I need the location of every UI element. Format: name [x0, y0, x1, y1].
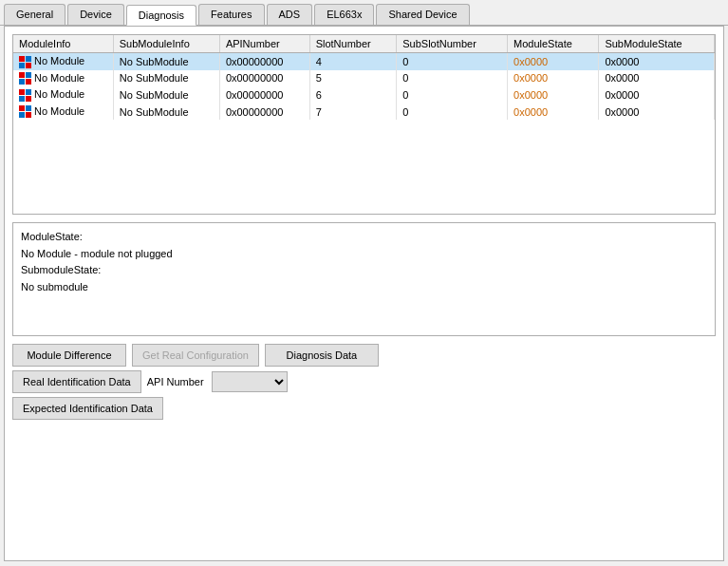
module-status-icon	[19, 72, 31, 85]
table-cell: 0x00000000	[219, 86, 309, 104]
table-cell: 0x00000000	[219, 104, 309, 121]
module-status-icon	[19, 56, 31, 68]
table-header-row: ModuleInfoSubModuleInfoAPINumberSlotNumb…	[13, 35, 715, 53]
main-content: ModuleInfoSubModuleInfoAPINumberSlotNumb…	[4, 26, 724, 561]
button-row-1: Module Difference Get Real Configuration…	[12, 344, 716, 367]
table-cell: No SubModule	[113, 104, 219, 121]
module-info-text: No Module	[34, 88, 84, 100]
table-row[interactable]: No ModuleNo SubModule0x00000000600x00000…	[13, 86, 715, 104]
table-cell: No Module	[13, 104, 113, 121]
table-row[interactable]: No ModuleNo SubModule0x00000000500x00000…	[13, 70, 715, 87]
table-cell: 0x0000	[599, 104, 715, 121]
tab-diagnosis[interactable]: Diagnosis	[126, 5, 196, 26]
module-difference-button[interactable]: Module Difference	[12, 344, 126, 367]
table-cell: 0x00000000	[219, 70, 309, 87]
table-cell: 0x0000	[508, 86, 599, 104]
module-info-text: No Module	[34, 105, 84, 117]
button-row-2: Real Identification Data API Number	[12, 370, 716, 393]
table-cell: 0x0000	[599, 86, 715, 104]
module-state-value: No Module - module not plugged	[21, 246, 707, 263]
table-cell: No Module	[13, 86, 113, 104]
module-status-icon	[19, 105, 31, 118]
table-cell: 0x0000	[508, 53, 599, 70]
tab-shared-device[interactable]: Shared Device	[376, 4, 469, 25]
col-header-submoduleinfo: SubModuleInfo	[113, 35, 219, 53]
buttons-section: Module Difference Get Real Configuration…	[12, 344, 716, 420]
table-cell: 0x0000	[508, 70, 599, 87]
diagnosis-table: ModuleInfoSubModuleInfoAPINumberSlotNumb…	[13, 35, 715, 120]
api-number-label: API Number	[147, 376, 204, 387]
tab-bar: GeneralDeviceDiagnosisFeaturesADSEL663xS…	[0, 0, 728, 26]
table-cell: No SubModule	[113, 70, 219, 87]
tab-features[interactable]: Features	[198, 4, 264, 25]
table-cell: 0	[397, 86, 508, 104]
table-cell: 5	[309, 70, 397, 87]
table-cell: 0x0000	[599, 70, 715, 87]
api-number-select[interactable]	[212, 371, 288, 392]
col-header-submodulestate: SubModuleState	[599, 35, 715, 53]
table-cell: 0x00000000	[219, 53, 309, 70]
table-section: ModuleInfoSubModuleInfoAPINumberSlotNumb…	[12, 34, 716, 215]
col-header-subslotnumber: SubSlotNumber	[397, 35, 508, 53]
module-info-text: No Module	[34, 55, 84, 66]
table-cell: No SubModule	[113, 86, 219, 104]
expected-identification-data-button[interactable]: Expected Identification Data	[12, 397, 163, 420]
submodule-state-label: SubmoduleState:	[21, 262, 707, 279]
table-cell: 4	[309, 53, 397, 70]
table-cell: No Module	[13, 53, 113, 70]
get-real-configuration-button[interactable]: Get Real Configuration	[132, 344, 259, 367]
status-section: ModuleState: No Module - module not plug…	[12, 222, 716, 336]
tab-device[interactable]: Device	[67, 4, 124, 25]
submodule-state-value: No submodule	[21, 279, 707, 296]
diagnosis-data-button[interactable]: Diagnosis Data	[265, 344, 379, 367]
table-cell: 0	[397, 104, 508, 121]
tab-general[interactable]: General	[4, 4, 65, 25]
table-cell: 6	[309, 86, 397, 104]
button-row-3: Expected Identification Data	[12, 397, 716, 420]
table-row[interactable]: No ModuleNo SubModule0x00000000400x00000…	[13, 53, 715, 70]
col-header-apinumber: APINumber	[219, 35, 309, 53]
table-row[interactable]: No ModuleNo SubModule0x00000000700x00000…	[13, 104, 715, 121]
table-cell: 0	[397, 53, 508, 70]
module-info-text: No Module	[34, 72, 84, 84]
table-cell: 0	[397, 70, 508, 87]
table-cell: No Module	[13, 70, 113, 87]
col-header-moduleinfo: ModuleInfo	[13, 35, 113, 53]
table-cell: 7	[309, 104, 397, 121]
table-cell: 0x0000	[599, 53, 715, 70]
real-identification-data-button[interactable]: Real Identification Data	[12, 370, 141, 393]
module-status-icon	[19, 89, 31, 102]
col-header-modulestate: ModuleState	[508, 35, 599, 53]
tab-el663x[interactable]: EL663x	[314, 4, 374, 25]
table-cell: No SubModule	[113, 53, 219, 70]
tab-ads[interactable]: ADS	[267, 4, 313, 25]
col-header-slotnumber: SlotNumber	[309, 35, 397, 53]
table-cell: 0x0000	[508, 104, 599, 121]
module-state-label: ModuleState:	[21, 229, 707, 246]
